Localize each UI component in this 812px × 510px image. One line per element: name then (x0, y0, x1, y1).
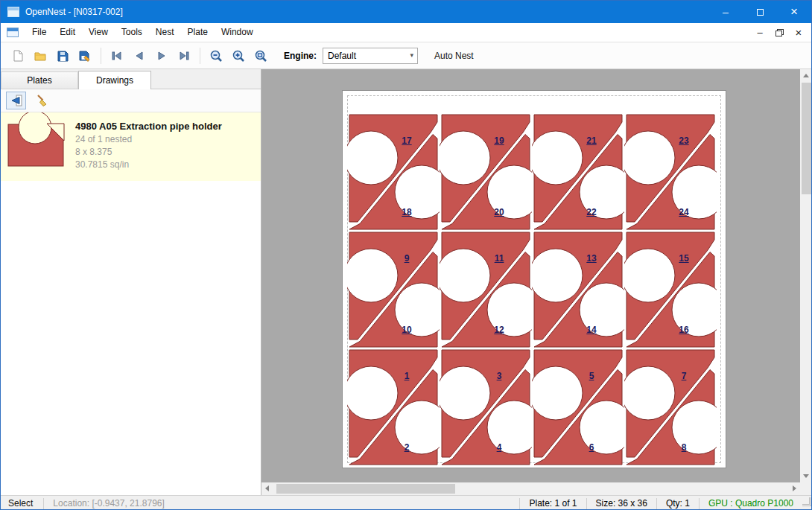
drawing-dimensions: 8 x 8.375 (75, 147, 222, 157)
zoom-out-icon (209, 49, 223, 63)
mdi-window-controls: – × (750, 23, 811, 42)
part-number-label: 23 (669, 136, 699, 146)
part-number-label: 22 (577, 207, 606, 217)
nest-pair[interactable]: 3 4 (440, 348, 532, 466)
part-number-label: 5 (577, 371, 606, 381)
app-icon (7, 7, 19, 17)
zoom-fit-icon (254, 49, 267, 63)
broom-icon (35, 94, 48, 107)
nest-pair[interactable]: 7 8 (624, 348, 717, 466)
engine-value: Default (323, 51, 356, 61)
menu-plate[interactable]: Plate (181, 23, 215, 42)
part-number-label: 15 (669, 253, 699, 264)
part-number-label: 12 (484, 325, 514, 335)
sidebar: Plates Drawings 4980 A05 Extraction pipe… (1, 69, 261, 495)
nest-pair[interactable]: 19 20 (440, 113, 532, 231)
last-plate-button[interactable] (173, 45, 195, 66)
horizontal-scroll-thumb[interactable] (276, 484, 455, 494)
restore-icon (775, 29, 784, 36)
window-controls: – × (708, 1, 811, 23)
new-button[interactable] (7, 45, 29, 66)
save-button[interactable] (51, 45, 74, 66)
save-icon (56, 49, 69, 63)
next-plate-button[interactable] (150, 45, 173, 66)
plate[interactable]: 17 18 19 20 21 22 23 24 (342, 90, 726, 468)
part-number-label: 14 (577, 325, 606, 335)
plate-count-status: Plate: 1 of 1 (520, 496, 586, 510)
first-plate-button[interactable] (106, 45, 128, 66)
zoom-out-button[interactable] (205, 45, 227, 66)
close-button[interactable]: × (777, 1, 811, 23)
nest-pair[interactable]: 5 6 (532, 348, 624, 466)
drawing-nested-count: 24 of 1 nested (75, 134, 222, 144)
previous-arrow-icon (133, 49, 146, 63)
opennest-window: OpenNest - [N0317-002] – × File Edit Vie… (0, 0, 812, 510)
nest-pair[interactable]: 21 22 (532, 113, 624, 231)
sidebar-tabstrip: Plates Drawings (1, 69, 261, 89)
scrollbar-corner (800, 482, 812, 495)
maximize-icon (757, 9, 764, 16)
nest-pair[interactable]: 9 10 (347, 231, 440, 348)
menu-edit[interactable]: Edit (53, 23, 82, 42)
open-button[interactable] (29, 45, 51, 66)
nest-pair[interactable]: 17 18 (347, 113, 440, 231)
nest-pair[interactable]: 23 24 (624, 113, 717, 231)
menu-window[interactable]: Window (215, 23, 260, 42)
nest-pair[interactable]: 13 14 (532, 231, 624, 348)
zoom-in-button[interactable] (227, 45, 250, 66)
mdi-restore-button[interactable] (770, 25, 789, 41)
first-arrow-icon (110, 49, 124, 63)
part-number-label: 24 (669, 207, 699, 217)
part-number-label: 17 (392, 136, 422, 146)
resize-grip[interactable] (802, 497, 811, 506)
tab-drawings[interactable]: Drawings (78, 71, 151, 89)
zoom-in-icon (232, 49, 245, 63)
toolbar-separator (200, 48, 200, 64)
engine-label: Engine: (284, 51, 317, 61)
mdi-minimize-button[interactable]: – (750, 25, 770, 41)
menu-tools[interactable]: Tools (115, 23, 149, 42)
statusbar: Select Location: [-0.9437, 21.8796] Plat… (1, 495, 812, 510)
minimize-button[interactable]: – (708, 1, 743, 23)
drawing-area: 30.7815 sq/in (75, 159, 222, 170)
drawing-title: 4980 A05 Extraction pipe holder (75, 121, 222, 132)
nest-pair[interactable]: 1 2 (347, 348, 440, 466)
tab-plates[interactable]: Plates (1, 71, 78, 89)
zoom-fit-button[interactable] (250, 45, 272, 66)
menu-view[interactable]: View (82, 23, 115, 42)
next-arrow-icon (155, 49, 168, 63)
scroll-left-icon[interactable] (265, 485, 269, 491)
part-number-label: 19 (484, 136, 514, 146)
import-arrow-icon (10, 94, 23, 107)
part-number-label: 18 (392, 207, 422, 217)
part-number-label: 2 (392, 442, 422, 453)
scroll-right-icon[interactable] (793, 485, 796, 491)
vertical-scrollbar[interactable] (800, 69, 812, 482)
scroll-down-icon[interactable] (803, 474, 809, 478)
mode-status: Select (1, 496, 43, 510)
menu-nest[interactable]: Nest (149, 23, 181, 42)
mdi-close-button[interactable]: × (789, 25, 808, 41)
nest-pair[interactable]: 11 12 (440, 231, 532, 348)
clean-button[interactable] (31, 92, 51, 109)
import-drawing-button[interactable] (6, 92, 26, 109)
chevron-down-icon: ▾ (410, 52, 413, 59)
quantity-status: Qty: 1 (657, 496, 699, 510)
maximize-button[interactable] (743, 1, 777, 23)
part-thumbnail (1, 112, 75, 181)
nest-pair[interactable]: 15 16 (624, 231, 717, 348)
previous-plate-button[interactable] (128, 45, 150, 66)
nest-canvas[interactable]: 17 18 19 20 21 22 23 24 (261, 69, 800, 482)
drawing-list-item[interactable]: 4980 A05 Extraction pipe holder 24 of 1 … (1, 112, 261, 181)
part-number-label: 21 (577, 136, 606, 146)
cursor-location-status: Location: [-0.9437, 21.8796] (44, 496, 173, 510)
new-document-icon (11, 49, 25, 63)
horizontal-scrollbar[interactable] (261, 482, 800, 495)
vertical-scroll-thumb[interactable] (802, 83, 811, 194)
scroll-up-icon[interactable] (803, 74, 809, 77)
menu-file[interactable]: File (25, 23, 53, 42)
part-number-label: 6 (577, 442, 606, 453)
engine-dropdown[interactable]: Default ▾ (323, 48, 418, 64)
save-as-button[interactable] (74, 45, 96, 66)
auto-nest-button[interactable]: Auto Nest (434, 51, 474, 61)
